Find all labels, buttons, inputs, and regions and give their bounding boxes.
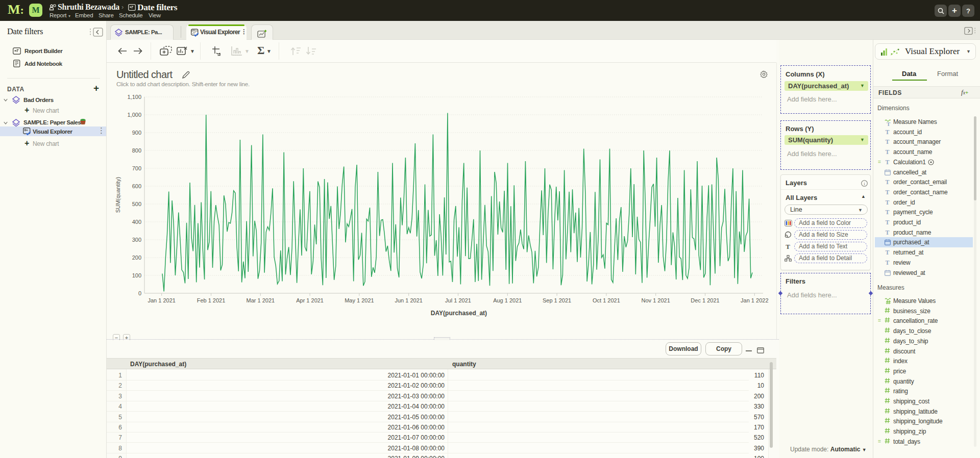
svg-text:T: T — [886, 159, 890, 165]
svg-text:Mar 1 2021: Mar 1 2021 — [246, 297, 275, 303]
svg-text:Dec 1 2021: Dec 1 2021 — [691, 297, 719, 303]
svg-text:1,000: 1,000 — [127, 112, 141, 118]
svg-text:T: T — [886, 199, 890, 205]
svg-text:T: T — [886, 260, 890, 265]
svg-text:T: T — [886, 209, 890, 215]
svg-text:800: 800 — [132, 147, 141, 154]
svg-text:Sep 1 2021: Sep 1 2021 — [543, 297, 571, 303]
svg-text:900: 900 — [132, 130, 141, 136]
svg-text:Jan 1 2021: Jan 1 2021 — [148, 297, 175, 303]
svg-text:Jun 1 2021: Jun 1 2021 — [395, 297, 422, 303]
svg-text:T: T — [886, 139, 890, 144]
svg-text:Jul 1 2021: Jul 1 2021 — [445, 297, 471, 303]
svg-text:T: T — [886, 249, 890, 255]
svg-text:T: T — [887, 121, 891, 126]
svg-text:T: T — [886, 230, 890, 235]
svg-text:i: i — [864, 181, 865, 186]
svg-text:Apr 1 2021: Apr 1 2021 — [296, 297, 324, 303]
svg-text:Oct 1 2021: Oct 1 2021 — [593, 297, 620, 303]
svg-text:DAY(purchased_at): DAY(purchased_at) — [431, 310, 487, 317]
svg-text:Jan 1 2022: Jan 1 2022 — [741, 297, 768, 303]
svg-text:200: 200 — [132, 255, 141, 261]
svg-text:May 1 2021: May 1 2021 — [345, 297, 374, 303]
svg-text:1,100: 1,100 — [127, 94, 141, 100]
svg-text:SUM(quantity): SUM(quantity) — [115, 177, 121, 213]
svg-text:500: 500 — [132, 201, 141, 207]
svg-text:T: T — [886, 219, 890, 225]
svg-text:Nov 1 2021: Nov 1 2021 — [642, 297, 670, 303]
svg-text:Aug 1 2021: Aug 1 2021 — [493, 297, 522, 303]
svg-text:T: T — [886, 179, 890, 185]
svg-text:T: T — [886, 149, 890, 155]
svg-text:300: 300 — [132, 237, 141, 243]
svg-text:T: T — [886, 189, 890, 195]
svg-text:T: T — [886, 129, 890, 135]
svg-text:Feb 1 2021: Feb 1 2021 — [197, 297, 226, 303]
svg-text:600: 600 — [132, 183, 141, 189]
svg-text:100: 100 — [132, 272, 141, 278]
svg-text:T: T — [786, 243, 790, 250]
svg-text:0: 0 — [138, 290, 141, 296]
svg-text:400: 400 — [132, 219, 141, 225]
svg-text:700: 700 — [132, 165, 141, 171]
